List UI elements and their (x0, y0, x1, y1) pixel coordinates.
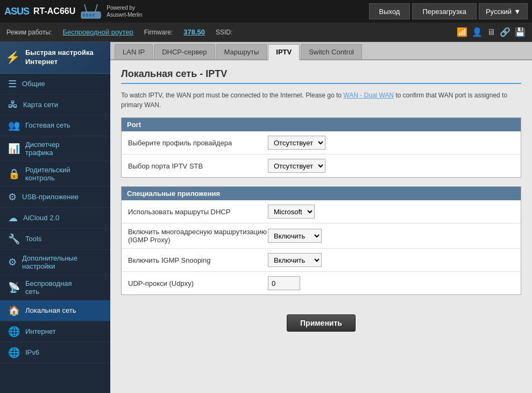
sidebar-item-network-map[interactable]: 🖧 Карта сети (0, 95, 110, 115)
igmp-snooping-select[interactable]: Включить Отключить (268, 253, 322, 267)
content-area: LAN IP DHCP-сервер Маршруты IPTV Switch … (110, 42, 532, 393)
special-apps-header: Специальные приложения (122, 187, 521, 200)
network-map-icon: 🖧 (8, 99, 18, 110)
sidebar-item-label: Карта сети (23, 101, 58, 109)
tab-lan-ip[interactable]: LAN IP (115, 44, 153, 59)
usb-icon[interactable]: 💾 (515, 27, 526, 37)
iptv-stb-port-row: Выбор порта IPTV STB Отсутствует (122, 155, 521, 177)
udp-proxy-label: UDP-прокси (Udpxy) (128, 279, 268, 287)
router-icon (77, 2, 104, 21)
svg-rect-2 (86, 13, 88, 17)
sidebar-item-parental-control[interactable]: 🔒 Родительскийконтроль (0, 162, 110, 187)
sidebar-item-label: Родительскийконтроль (25, 166, 70, 182)
monitor-icon[interactable]: 🖥 (487, 27, 495, 37)
sidebar-item-label: AiCloud 2.0 (23, 214, 59, 222)
svg-rect-3 (89, 13, 91, 17)
language-button[interactable]: Русский ▼ (479, 3, 528, 19)
tab-switch-control[interactable]: Switch Control (301, 44, 362, 59)
svg-rect-4 (93, 13, 95, 17)
firmware-label: Firmware: (144, 29, 173, 36)
mode-label: Режим работы: (6, 29, 52, 36)
igmp-proxy-row: Включить многоадресную маршрутизацию (IG… (122, 223, 521, 249)
sidebar-item-ipv6[interactable]: 🌐 IPv6 (0, 342, 110, 363)
asus-logo: ASUS (4, 6, 29, 17)
firmware-value-link[interactable]: 378.50 (183, 28, 205, 36)
sidebar-item-label: IPv6 (25, 348, 39, 356)
dhcp-routes-row: Использовать маршруты DHCP Microsoft (122, 200, 521, 223)
internet-icon: 🌐 (8, 326, 20, 338)
aicloud-icon: ☁ (8, 212, 18, 224)
quick-setup-label: Быстрая настройкаИнтернет (25, 48, 94, 67)
sidebar-item-guest-network[interactable]: 👥 Гостевая сеть (0, 115, 110, 136)
tools-icon: 🔧 (8, 233, 20, 245)
special-apps-section: Специальные приложения Использовать марш… (121, 186, 521, 295)
igmp-snooping-row: Включить IGMP Snooping Включить Отключит… (122, 249, 521, 272)
iptv-stb-port-select[interactable]: Отсутствует (268, 159, 325, 173)
udp-proxy-input[interactable] (268, 276, 300, 290)
parental-icon: 🔒 (8, 168, 20, 180)
chevron-down-icon: ▼ (514, 8, 521, 16)
svg-line-6 (95, 4, 97, 12)
wifi-icon[interactable]: 📶 (457, 27, 467, 37)
advanced-icon: ⚙ (8, 256, 17, 268)
udp-proxy-control (268, 276, 300, 290)
sub-header: Режим работы: Беспроводной роутер Firmwa… (0, 23, 532, 42)
guest-network-icon: 👥 (8, 120, 20, 131)
provider-profile-control: Отсутствует (268, 136, 325, 150)
page-content: Локальная сеть - IPTV To watch IPTV, the… (110, 60, 532, 345)
sidebar-item-wireless[interactable]: 📡 Беспроводнаясеть (0, 275, 110, 300)
network-icon[interactable]: 🔗 (500, 27, 510, 37)
sidebar-item-label: Диспетчертрафика (25, 141, 60, 157)
sidebar-item-label: Гостевая сеть (25, 121, 70, 129)
wan-dual-wan-link[interactable]: WAN - Dual WAN (343, 92, 394, 99)
tab-routes[interactable]: Маршруты (216, 44, 267, 59)
sidebar-item-quick-setup[interactable]: ⚡ Быстрая настройкаИнтернет (0, 42, 110, 74)
sidebar-item-internet[interactable]: 🌐 Интернет (0, 321, 110, 342)
sidebar-item-label: Беспроводнаясеть (25, 279, 72, 296)
svg-line-5 (84, 4, 87, 12)
traffic-icon: 📊 (8, 143, 20, 155)
powered-by: Powered by Asuswrt-Merlin (107, 4, 142, 18)
logout-button[interactable]: Выход (369, 3, 410, 19)
main-layout: ⚡ Быстрая настройкаИнтернет ☰ Общие 🖧 Ка… (0, 42, 532, 393)
provider-profile-select[interactable]: Отсутствует (268, 136, 325, 150)
svg-rect-1 (83, 13, 85, 17)
provider-profile-row: Выберите профиль провайдера Отсутствует (122, 131, 521, 155)
sidebar-item-label: Общие (22, 80, 45, 88)
router-model: RT-AC66U (33, 6, 75, 16)
quick-setup-icon: ⚡ (5, 51, 20, 65)
sidebar-item-label: Интернет (25, 327, 56, 335)
udp-proxy-row: UDP-прокси (Udpxy) (122, 272, 521, 294)
tab-iptv[interactable]: IPTV (268, 44, 300, 60)
port-section: Port Выберите профиль провайдера Отсутст… (121, 117, 521, 178)
lan-icon: 🏠 (8, 305, 20, 317)
tab-dhcp[interactable]: DHCP-сервер (154, 44, 215, 59)
logo-area: ASUS RT-AC66U (4, 6, 75, 17)
reboot-button[interactable]: Перезагрузка (412, 3, 476, 19)
dhcp-routes-select[interactable]: Microsoft (268, 205, 315, 219)
sidebar-item-usb-app[interactable]: ⚙ USB-приложение (0, 187, 110, 208)
dhcp-routes-label: Использовать маршруты DHCP (128, 208, 268, 216)
header-icons: 📶 👤 🖥 🔗 💾 (457, 27, 526, 37)
iptv-stb-port-control: Отсутствует (268, 159, 325, 173)
apply-row: Применить (121, 304, 521, 337)
igmp-proxy-select[interactable]: Включить Отключить (268, 229, 322, 243)
sidebar-item-general[interactable]: ☰ Общие (0, 74, 110, 95)
top-bar: ASUS RT-AC66U Powered by Asuswrt-Merlin … (0, 0, 532, 23)
sidebar-item-label: Дополнительныенастройки (22, 254, 77, 270)
sidebar-item-advanced[interactable]: ⚙ Дополнительныенастройки (0, 250, 110, 275)
user-icon[interactable]: 👤 (472, 27, 483, 37)
sidebar-item-label: Tools (25, 235, 41, 243)
mode-value-link[interactable]: Беспроводной роутер (62, 28, 133, 36)
sidebar-item-traffic-manager[interactable]: 📊 Диспетчертрафика (0, 136, 110, 162)
sidebar-item-label: Локальная сеть (25, 306, 76, 314)
igmp-proxy-label: Включить многоадресную маршрутизацию (IG… (128, 228, 268, 244)
tabs-bar: LAN IP DHCP-сервер Маршруты IPTV Switch … (110, 42, 532, 60)
apply-button[interactable]: Применить (287, 314, 356, 332)
ssid-label: SSID: (216, 29, 232, 36)
sidebar-item-lan[interactable]: 🏠 Локальная сеть (0, 300, 110, 321)
igmp-proxy-control: Включить Отключить (268, 229, 322, 243)
sidebar-item-tools[interactable]: 🔧 Tools (0, 229, 110, 250)
wireless-icon: 📡 (8, 282, 20, 293)
sidebar-item-aicloud[interactable]: ☁ AiCloud 2.0 (0, 208, 110, 229)
